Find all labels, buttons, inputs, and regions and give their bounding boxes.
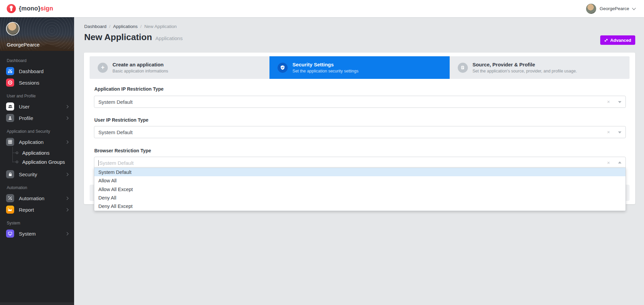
user-name-label: GeorgePearce [600,6,629,11]
sidebar-subitem-application-groups[interactable]: Application Groups [0,157,74,166]
field-label-user-ip-restriction: User IP Restriction Type [94,117,149,123]
step-subtitle: Set the application's source, provider, … [473,69,577,73]
sidebar-item-sessions[interactable]: Sessions [0,77,74,88]
tree-tick [13,153,16,153]
sidebar-item-report[interactable]: Report [0,204,74,215]
breadcrumb-current: New Application [144,24,176,29]
dropdown-option-system-default[interactable]: System Default [94,168,625,176]
sidebar-item-system[interactable]: System [0,228,74,239]
bullet-ring-icon [16,152,18,154]
advanced-button[interactable]: Advanced [600,35,635,45]
user-ip-restriction-select[interactable]: System Default × [94,126,626,138]
application-submenu: Applications Application Groups [0,148,74,169]
sidebar-item-automation[interactable]: Automation [0,192,74,204]
clear-icon[interactable]: × [607,129,610,135]
step-title: Security Settings [292,62,358,68]
step-security-settings[interactable]: Security Settings Set the application se… [269,56,449,79]
breadcrumb-separator: / [140,24,142,29]
select-value: System Default [98,129,604,135]
application-ip-restriction-select[interactable]: System Default × [94,96,626,108]
advanced-button-label: Advanced [610,38,631,43]
text-cursor [98,160,99,166]
sidebar-item-dashboard[interactable]: Dashboard [0,65,74,77]
select-search-input[interactable]: System Default [98,160,604,166]
subitem-label: Applications [22,150,50,156]
caret-up-icon[interactable] [618,161,621,163]
chevron-right-icon [65,196,69,200]
shield-check-icon [278,63,288,73]
dropdown-option-allow-all-except[interactable]: Allow All Except [94,185,625,193]
step-title: Source, Provider & Profile [473,62,577,68]
section-label-automation: Automation [0,180,74,192]
app-logo[interactable]: {mono}sign [7,4,53,13]
top-header-bar: {mono}sign GeorgePearce [0,0,644,17]
chevron-right-icon [65,208,69,211]
user-menu[interactable]: GeorgePearce [586,4,635,14]
sidebar-item-label: Application [19,139,66,145]
magic-wand-icon [6,194,14,202]
chevron-right-icon [65,140,69,144]
breadcrumb-applications[interactable]: Applications [113,24,138,29]
bar-chart-icon [6,67,14,75]
step-source-provider-profile[interactable]: Source, Provider & Profile Set the appli… [450,56,630,79]
section-label-application-security: Application and Security [0,124,74,136]
lock-icon [6,170,14,178]
sidebar-menu: Dashboard Dashboard Sessions User and Pr… [0,51,74,239]
dropdown-option-allow-all[interactable]: Allow All [94,176,625,185]
browser-restriction-select-open[interactable]: System Default × [94,157,626,169]
dropdown-option-deny-all-except[interactable]: Deny All Except [94,202,625,211]
logo-suffix: sign [40,5,53,12]
clear-icon[interactable]: × [607,160,610,166]
person-icon [6,114,14,122]
bullet-ring-icon [16,161,18,163]
wizard-steps: + Create an application Basic applicatio… [90,56,630,79]
chevron-down-icon [632,6,636,10]
breadcrumb-dashboard[interactable]: Dashboard [84,24,106,29]
sidebar-item-application[interactable]: Application [0,136,74,148]
sidebar-profile-card: GeorgePearce [0,17,74,51]
step-create-application[interactable]: + Create an application Basic applicatio… [90,56,269,79]
dropdown-option-deny-all[interactable]: Deny All [94,193,625,202]
sidebar-profile-name: GeorgePearce [7,42,40,48]
step-subtitle: Set the application security settings [292,69,358,73]
tree-tick [13,162,16,162]
area-chart-icon [6,206,14,214]
section-label-dashboard: Dashboard [0,53,74,65]
sidebar-avatar [6,22,20,35]
sidebar-item-label: Profile [19,115,66,121]
chevron-right-icon [65,116,69,120]
section-label-user-profile: User and Profile [0,88,74,101]
breadcrumb-separator: / [109,24,110,29]
step-subtitle: Basic application informations [112,69,168,73]
logo-text: {mono}sign [19,5,53,12]
sidebar-item-label: Dashboard [19,68,68,74]
sidebar-item-label: Sessions [19,80,68,86]
sidebar-subitem-applications[interactable]: Applications [0,148,74,157]
sidebar-bottom-strip [0,302,74,305]
sidebar-item-profile[interactable]: Profile [0,112,74,124]
sidebar: GeorgePearce Dashboard Dashboard Session… [0,17,74,305]
clear-icon[interactable]: × [607,99,610,105]
field-label-application-ip-restriction: Application IP Restriction Type [94,86,164,92]
plus-circle-icon: + [98,63,108,73]
monitor-icon [6,230,14,238]
sidebar-item-security[interactable]: Security [0,169,74,180]
document-icon [458,63,468,73]
caret-down-icon[interactable] [618,131,621,133]
users-icon [6,102,14,111]
chevron-right-icon [65,232,69,235]
sidebar-item-label: Security [19,172,66,177]
expand-arrows-icon [604,38,608,42]
sidebar-item-user[interactable]: User [0,101,74,112]
sidebar-item-label: Automation [19,195,66,201]
page-subtitle: Applications [155,35,183,41]
section-label-system: System [0,215,74,228]
subitem-label: Application Groups [22,159,65,165]
page-title: New Application [84,32,152,42]
breadcrumb: Dashboard / Applications / New Applicati… [84,24,176,29]
step-title: Create an application [112,62,168,68]
select-placeholder-text: System Default [99,160,134,166]
field-label-browser-restriction: Browser Restriction Type [94,148,151,153]
sidebar-item-label: Report [19,207,66,213]
caret-down-icon[interactable] [618,101,621,103]
